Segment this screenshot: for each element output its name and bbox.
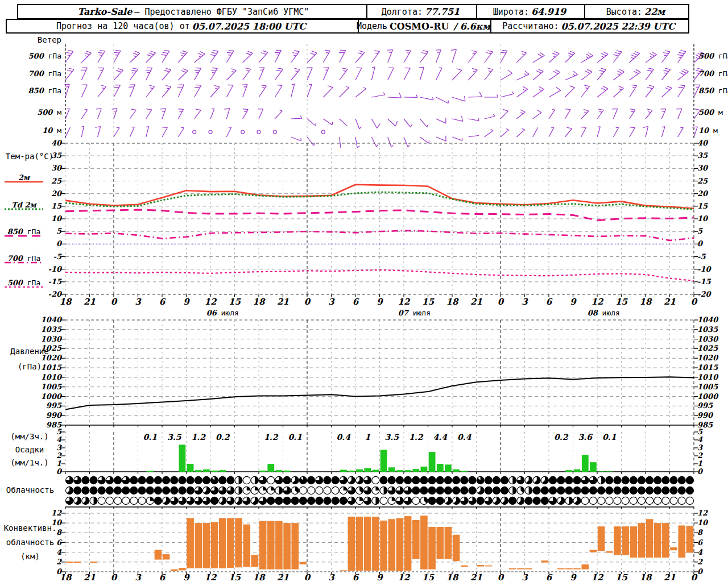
wind-panel-label: Ветер [1,35,61,44]
convective-cloud-bar [404,516,412,571]
wind-level-label-right: 500 гПа [698,50,728,61]
wind-barb-feather [377,124,380,128]
pressure-tick-label-right: 1010 [697,373,718,381]
precip-bar [348,471,355,472]
wind-barb-feather [652,52,656,55]
precip-tick-label-right: 1 [697,459,702,468]
wind-barb [436,68,442,80]
wind-barb [210,87,220,97]
wind-barb-half-feather [114,111,117,111]
wind-barb-feather [538,54,543,57]
cloud-cover-fill [247,487,251,490]
precip-bar [284,471,291,472]
wind-barb-feather [164,70,169,72]
wind-barb [533,89,544,97]
cloud-cover-fill [461,476,468,484]
cloud-cover-fill [255,476,259,484]
wind-barb-half-feather [102,88,105,89]
hour-tick-label: 0 [685,297,702,307]
precip-3h-units-label: (мм/3ч.) [0,432,59,441]
convective-cloud-bar [445,527,452,559]
wind-barb [549,110,555,119]
cloud-cover-symbol [646,497,653,504]
convective-cloud-bar [283,523,291,569]
wind-barb-feather [148,53,154,55]
wind-barb-feather [182,51,187,52]
cloud-cover-fill [638,476,645,484]
wind-barb [114,70,123,80]
wind-barb-half-feather [520,113,523,114]
wind-barb-feather [160,109,166,109]
wind-barb [114,109,117,119]
wind-barb [597,70,606,80]
wind-barb [81,68,87,80]
wind-barb [388,119,396,126]
wind-barb-feather [261,53,266,55]
precip-bar [429,452,436,472]
wind-barb-feather [200,52,205,54]
wind-calm-symbol [273,130,276,134]
wind-barb [613,72,624,80]
wind-barb [549,90,561,97]
wind-barb-feather [649,85,654,86]
wind-barb-feather [556,70,560,73]
wind-barb-half-feather [599,111,602,112]
precip-3h-sum-label: 0.2 [211,433,234,442]
cloud-cover-fill [622,487,629,494]
convective-cloud-bar [565,568,573,569]
hour-tick-label-bottom: 6 [154,572,171,582]
temp-tick-label-left: 40 [36,139,61,147]
cloud-cover-fill [477,497,484,504]
convective-cloud-bar [388,519,396,571]
wind-barb-feather [196,109,201,110]
convective-cloud-bar [437,527,444,559]
convective-cloud-bar [686,526,694,552]
cloud-cover-fill [428,476,436,484]
cloud-cover-fill [263,487,267,490]
wind-barb-feather [586,54,591,57]
hour-tick-label: 0 [492,297,509,307]
wind-barb-half-feather [602,56,604,57]
wind-barb [436,50,441,63]
wind-barb-half-feather [632,88,635,88]
wind-barb-half-feather [375,53,378,53]
wind-barb-feather [539,87,544,90]
convective-cloud-bar [203,523,210,568]
convective-cloud-bar [622,526,629,555]
cloud-cover-fill [375,487,379,490]
wind-barb [243,110,249,119]
wind-barb [646,127,648,137]
wind-barb-feather [164,51,169,51]
precip-bar [259,471,266,472]
wind-barb [259,109,263,119]
wind-barb-half-feather [597,127,600,127]
wind-barb [226,85,233,97]
cloud-cover-fill [388,476,395,484]
wind-barb-half-feather [569,56,572,57]
cloud-cover-fill [171,476,178,484]
cloud-cover-fill [392,497,396,501]
wind-barb-feather [647,70,652,71]
wind-barb-feather [552,53,557,55]
precip-panel-label: Осадки [0,445,59,454]
wind-barb [500,130,508,137]
wind-barb [195,54,205,63]
wind-barb [210,109,214,119]
wind-level-label-right: 10 м [698,124,718,135]
hour-tick-label: 15 [420,297,437,307]
cloud-cover-fill [654,487,661,494]
cloud-cover-fill [509,497,516,504]
wind-barb [178,85,184,97]
wind-barb-feather [399,93,402,98]
temp-tick-label-right: -10 [697,265,711,273]
wind-barb [65,84,69,97]
pressure-tick-label-left: 1040 [36,315,61,324]
wind-barb-feather [647,109,652,110]
cloud-cover-fill [154,476,162,484]
wind-barb [355,137,357,148]
wind-barb-feather [569,86,574,88]
convective-cloud-bar [396,518,404,572]
cloud-cover-symbol [299,487,307,494]
wind-barb-half-feather [523,89,526,90]
temp-tick-label-right: 40 [697,139,708,147]
